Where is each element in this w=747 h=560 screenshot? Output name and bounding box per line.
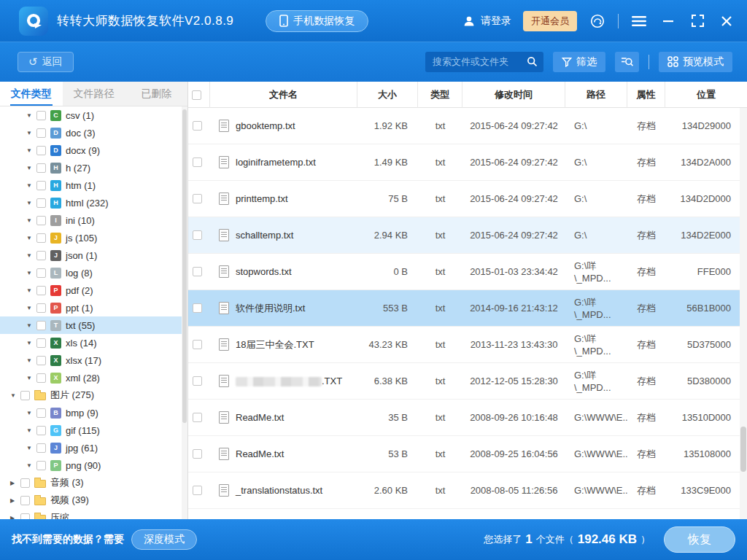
row-checkbox[interactable] [193, 267, 202, 276]
tree-item-js[interactable]: ▼Jjs (105) [0, 229, 182, 246]
tree-checkbox[interactable] [36, 251, 46, 260]
tab-file-type[interactable]: 文件类型 [0, 82, 63, 106]
minimize-button[interactable] [659, 12, 677, 30]
collapse-arrow-icon[interactable]: ▼ [26, 147, 36, 154]
tree-checkbox[interactable] [36, 303, 46, 313]
select-all-checkbox[interactable] [192, 90, 201, 100]
tree-checkbox[interactable] [36, 373, 46, 383]
tree-checkbox[interactable] [36, 111, 46, 120]
tree-checkbox[interactable] [36, 286, 46, 295]
table-row[interactable]: schalltemp.txt2.94 KBtxt2015-06-24 09:27… [188, 217, 740, 254]
collapse-arrow-icon[interactable]: ▼ [26, 217, 36, 224]
collapse-arrow-icon[interactable]: ▼ [26, 322, 36, 329]
tree-item-音频[interactable]: ▶音频 (3) [0, 474, 182, 491]
tree-item-html[interactable]: ▼Hhtml (232) [0, 194, 182, 211]
tree-checkbox[interactable] [20, 513, 30, 520]
column-header-path[interactable]: 路径 [565, 82, 627, 108]
tree-checkbox[interactable] [36, 163, 46, 173]
tree-item-ppt[interactable]: ▼Pppt (1) [0, 299, 182, 316]
sidebar-scrollbar-thumb[interactable] [182, 109, 187, 423]
column-header-size[interactable]: 大小 [357, 82, 418, 108]
menu-button[interactable] [630, 12, 648, 30]
search-icon[interactable] [527, 56, 538, 67]
column-header-name[interactable]: 文件名 [210, 82, 357, 108]
table-row[interactable]: loginiframetemp.txt1.49 KBtxt2015-06-24 … [188, 144, 740, 181]
row-checkbox[interactable] [193, 158, 202, 167]
collapse-arrow-icon[interactable]: ▼ [26, 445, 36, 451]
collapse-arrow-icon[interactable]: ▼ [26, 182, 36, 189]
tree-item-txt[interactable]: ▼Ttxt (55) [0, 316, 182, 334]
open-vip-button[interactable]: 开通会员 [523, 11, 577, 31]
tree-checkbox[interactable] [36, 146, 46, 155]
customer-service-button[interactable] [589, 12, 606, 30]
tree-checkbox[interactable] [20, 478, 30, 488]
table-row[interactable]: 软件使用说明.txt553 Btxt2014-09-16 21:43:12G:\… [188, 290, 740, 327]
tree-checkbox[interactable] [36, 268, 46, 278]
tree-item-docx[interactable]: ▼Ddocx (9) [0, 141, 182, 159]
tab-deleted[interactable]: 已删除 [125, 82, 187, 106]
collapse-arrow-icon[interactable]: ▼ [26, 357, 36, 364]
collapse-arrow-icon[interactable]: ▼ [26, 165, 36, 171]
tree-checkbox[interactable] [36, 216, 46, 225]
tree-item-pdf[interactable]: ▼Ppdf (2) [0, 281, 182, 299]
column-header-attr[interactable]: 属性 [627, 82, 665, 108]
table-row[interactable]: ReadMe.txt53 Btxt2008-09-25 16:04:56G:\W… [188, 436, 740, 472]
tree-checkbox[interactable] [36, 321, 46, 330]
tree-item-bmp[interactable]: ▼Bbmp (9) [0, 404, 182, 421]
table-row[interactable]: stopwords.txt0 Btxt2015-01-03 23:34:42G:… [188, 254, 740, 290]
tree-checkbox[interactable] [20, 496, 30, 505]
tab-file-path[interactable]: 文件路径 [63, 82, 125, 106]
collapse-arrow-icon[interactable]: ▼ [26, 305, 36, 311]
column-header-type[interactable]: 类型 [418, 82, 462, 108]
tree-item-json[interactable]: ▼Jjson (1) [0, 246, 182, 264]
login-button[interactable]: 请登录 [462, 15, 511, 28]
row-checkbox[interactable] [193, 121, 202, 131]
table-row[interactable]: printtemp.txt75 Btxt2015-06-24 09:27:42G… [188, 181, 740, 217]
table-scrollbar[interactable] [740, 108, 747, 519]
preview-mode-button[interactable]: 预览模式 [659, 52, 732, 72]
tree-checkbox[interactable] [36, 356, 46, 365]
sidebar-scrollbar[interactable] [182, 106, 187, 519]
table-row[interactable]: ReadMe.txt35 Btxt2008-09-26 10:16:48G:\W… [188, 400, 740, 436]
row-checkbox[interactable] [193, 413, 202, 422]
tree-checkbox[interactable] [36, 338, 46, 348]
collapse-arrow-icon[interactable]: ▼ [26, 235, 36, 241]
expand-arrow-icon[interactable]: ▶ [10, 497, 20, 504]
collapse-arrow-icon[interactable]: ▼ [10, 392, 20, 399]
collapse-arrow-icon[interactable]: ▼ [26, 462, 36, 469]
tree-checkbox[interactable] [36, 426, 46, 435]
row-checkbox[interactable] [193, 340, 202, 349]
collapse-arrow-icon[interactable]: ▼ [26, 270, 36, 276]
recover-button[interactable]: 恢复 [664, 526, 735, 553]
tree-checkbox[interactable] [36, 181, 46, 190]
tree-item-jpg[interactable]: ▼Jjpg (61) [0, 439, 182, 456]
tree-item-gif[interactable]: ▼Ggif (115) [0, 421, 182, 439]
tree-item-视频[interactable]: ▶视频 (39) [0, 491, 182, 509]
row-checkbox[interactable] [193, 194, 202, 203]
tree-item-xml[interactable]: ▼Xxml (28) [0, 369, 182, 386]
tree-checkbox[interactable] [36, 198, 46, 208]
table-row[interactable]: gbooktemp.txt1.92 KBtxt2015-06-24 09:27:… [188, 108, 740, 144]
tree-item-ini[interactable]: ▼Iini (10) [0, 211, 182, 229]
row-checkbox[interactable] [193, 449, 202, 459]
search-input[interactable] [433, 56, 527, 67]
close-button[interactable] [718, 12, 735, 30]
row-checkbox[interactable] [193, 486, 202, 495]
tree-item-xls[interactable]: ▼Xxls (14) [0, 334, 182, 351]
tree-item-xlsx[interactable]: ▼Xxlsx (17) [0, 351, 182, 369]
tree-item-log[interactable]: ▼Llog (8) [0, 264, 182, 281]
tree-item-doc[interactable]: ▼Ddoc (3) [0, 124, 182, 141]
collapse-arrow-icon[interactable]: ▼ [26, 200, 36, 206]
collapse-arrow-icon[interactable]: ▼ [26, 130, 36, 136]
table-row[interactable]: 18届三中全会.TXT43.23 KBtxt2013-11-23 13:43:3… [188, 327, 740, 363]
expand-arrow-icon[interactable]: ▶ [10, 480, 20, 486]
maximize-button[interactable] [689, 12, 706, 30]
header-select-all[interactable] [188, 82, 210, 108]
tree-checkbox[interactable] [36, 128, 46, 138]
tree-item-压缩[interactable]: ▶压缩 [0, 509, 182, 519]
tree-item-htm[interactable]: ▼Hhtm (1) [0, 176, 182, 194]
row-checkbox[interactable] [193, 303, 202, 313]
column-header-mtime[interactable]: 修改时间 [462, 82, 565, 108]
tree-item-png[interactable]: ▼Ppng (90) [0, 456, 182, 474]
collapse-arrow-icon[interactable]: ▼ [26, 112, 36, 119]
